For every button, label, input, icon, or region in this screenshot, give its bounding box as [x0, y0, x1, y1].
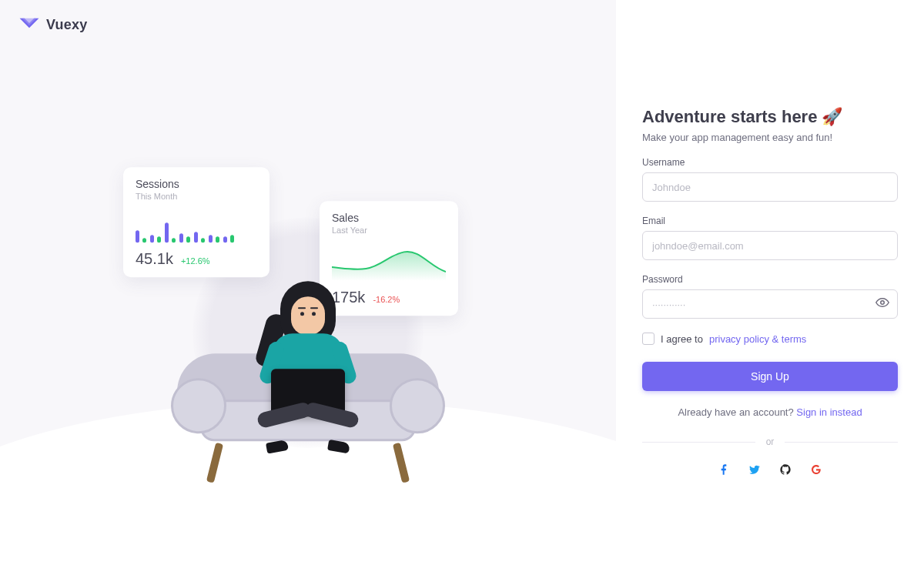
sales-area-chart — [332, 242, 446, 281]
sessions-subtitle: This Month — [136, 192, 257, 201]
sessions-delta: +12.6% — [181, 256, 210, 266]
or-text: or — [766, 436, 775, 447]
signup-button[interactable]: Sign Up — [642, 362, 898, 391]
sessions-bar-chart — [136, 209, 257, 242]
or-divider: or — [642, 436, 898, 447]
brand-logo-icon — [18, 15, 40, 34]
page-subtitle: Make your app management easy and fun! — [642, 132, 898, 143]
facebook-icon — [718, 463, 730, 479]
agree-text: I agree to — [661, 333, 703, 345]
github-login-button[interactable] — [778, 464, 792, 478]
signin-link[interactable]: Sign in instead — [796, 406, 862, 418]
sessions-title: Sessions — [136, 178, 257, 190]
privacy-terms-link[interactable]: privacy policy & terms — [709, 333, 806, 345]
brand-name: Vuexy — [46, 17, 87, 33]
email-input[interactable] — [642, 231, 898, 260]
have-account-text: Already have an account? — [678, 406, 796, 418]
sessions-card: Sessions This Month 45.1k +12.6% — [123, 167, 270, 277]
password-label: Password — [642, 274, 898, 285]
google-login-button[interactable] — [809, 464, 823, 478]
sales-delta: -16.2% — [373, 295, 400, 304]
twitter-login-button[interactable] — [748, 464, 762, 478]
eye-icon — [875, 296, 889, 313]
agree-checkbox[interactable] — [642, 333, 654, 345]
illustration-panel: Vuexy Sessions This Month 45.1k — [0, 0, 616, 585]
password-input[interactable] — [642, 289, 898, 319]
twitter-icon — [748, 463, 761, 479]
person-illustration — [250, 278, 366, 447]
facebook-login-button[interactable] — [717, 464, 731, 478]
google-icon — [810, 463, 822, 479]
sales-title: Sales — [332, 212, 446, 224]
page-title: Adventure starts here 🚀 — [642, 107, 898, 127]
email-label: Email — [642, 216, 898, 226]
page-title-text: Adventure starts here — [642, 107, 817, 127]
toggle-password-visibility-button[interactable] — [873, 295, 892, 313]
svg-point-0 — [881, 301, 885, 305]
username-label: Username — [642, 157, 898, 168]
rocket-icon: 🚀 — [822, 107, 842, 127]
username-input[interactable] — [642, 172, 898, 202]
brand: Vuexy — [18, 15, 87, 34]
github-icon — [779, 463, 792, 479]
sessions-value: 45.1k — [136, 250, 173, 268]
illustration-stage: Sessions This Month 45.1k +12.6% — [62, 116, 554, 516]
sales-subtitle: Last Year — [332, 226, 446, 235]
